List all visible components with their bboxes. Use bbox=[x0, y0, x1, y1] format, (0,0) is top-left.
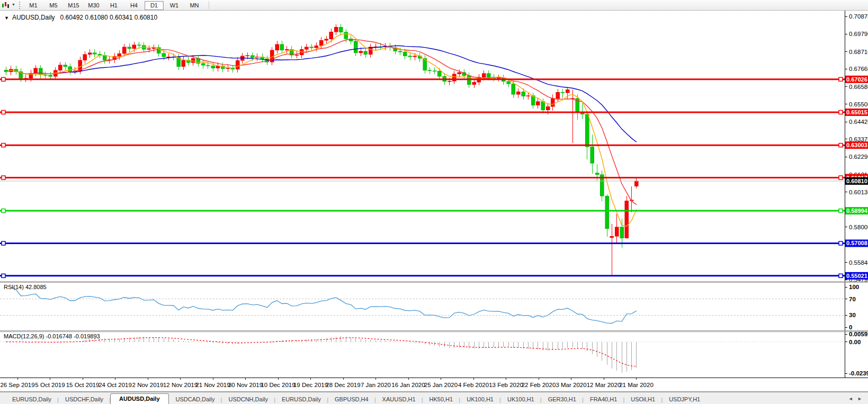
macd-indicator-label: MACD(12,26,9) -0.016748 -0.019893 bbox=[4, 333, 100, 339]
hline-handle[interactable] bbox=[2, 110, 5, 114]
price-tick-label: 0.68710 bbox=[849, 49, 868, 55]
chart-tabs: EURUSD,Daily|USDCHF,Daily|AUDUSD,DailyUS… bbox=[5, 393, 707, 404]
chart-title-overlay: ▼AUDUSD,Daily0.60492 0.61080 0.60341 0.6… bbox=[4, 14, 157, 21]
date-tick-label: 25 Jan 2020 bbox=[424, 382, 458, 388]
hline-handle[interactable] bbox=[2, 241, 5, 245]
chart-tab-USDCNH-Daily[interactable]: USDCNH,Daily| bbox=[221, 394, 275, 404]
price-tick-label: 0.69790 bbox=[849, 31, 868, 37]
hline-handle[interactable] bbox=[839, 176, 843, 179]
hline-handle[interactable] bbox=[839, 241, 843, 245]
trading-terminal-window: ▼ M1M5M15M30H1H4D1W1MN 0.708700.697900.6… bbox=[0, 0, 868, 404]
timeframe-button-H4[interactable]: H4 bbox=[124, 1, 144, 10]
price-tick-label: 0.67660 bbox=[849, 66, 868, 72]
chart-tab-EURUSD-Daily[interactable]: EURUSD,Daily| bbox=[275, 394, 328, 404]
price-tick-label: 0.55840 bbox=[849, 259, 868, 266]
chart-tab-EURUSD-Daily[interactable]: EURUSD,Daily| bbox=[5, 394, 58, 404]
date-tick-label: 4 Feb 2020 bbox=[458, 382, 489, 388]
svg-text:0.67026: 0.67026 bbox=[846, 76, 867, 83]
timeframe-button-W1[interactable]: W1 bbox=[165, 1, 184, 10]
date-tick-label: 22 Feb 2020 bbox=[522, 382, 556, 388]
hline-handle[interactable] bbox=[2, 209, 5, 213]
chart-tab-AUDUSD-Daily[interactable]: AUDUSD,Daily bbox=[110, 393, 168, 404]
timeframe-button-D1[interactable]: D1 bbox=[145, 1, 164, 10]
tab-scroll-arrows: ◄ ► bbox=[847, 396, 864, 401]
chart-tab-USDCHF-Daily[interactable]: USDCHF,Daily| bbox=[58, 394, 110, 404]
hline-handle[interactable] bbox=[839, 209, 843, 213]
date-tick-label: 10 Dec 2019 bbox=[261, 382, 295, 388]
date-tick-label: 12 Mar 2020 bbox=[587, 382, 621, 388]
chart-tab-USDJPY-H1[interactable]: USDJPY,H1 bbox=[662, 394, 707, 404]
price-tick-label: 0.63370 bbox=[849, 136, 868, 142]
rsi-axis-label: 0 bbox=[849, 324, 852, 330]
timeframe-button-M5[interactable]: M5 bbox=[44, 1, 63, 10]
date-tick-label: 30 Nov 2019 bbox=[228, 382, 263, 388]
date-tick-label: 2 Nov 2019 bbox=[132, 382, 164, 388]
price-tick-label: 0.58000 bbox=[849, 224, 868, 230]
price-tick-label: 0.60130 bbox=[849, 189, 868, 195]
hline-handle[interactable] bbox=[839, 110, 843, 114]
chart-tab-FRA40-H1[interactable]: FRA40,H1| bbox=[583, 394, 624, 404]
price-tick-label: 0.66580 bbox=[849, 84, 868, 90]
timeframe-button-MN[interactable]: MN bbox=[185, 1, 204, 10]
date-tick-label: 21 Mar 2020 bbox=[619, 382, 654, 388]
chart-title-symbol: AUDUSD,Daily bbox=[12, 14, 55, 21]
price-tick-label: 0.64420 bbox=[849, 119, 868, 125]
chart-tab-bar: EURUSD,Daily|USDCHF,Daily|AUDUSD,DailyUS… bbox=[0, 392, 868, 404]
rsi-indicator-label: RSI(14) 42.8085 bbox=[4, 284, 47, 290]
chart-tab-GER30-H1[interactable]: GER30,H1| bbox=[541, 394, 583, 404]
date-tick-label: 13 Feb 2020 bbox=[489, 382, 523, 388]
hline-handle[interactable] bbox=[2, 274, 5, 277]
timeframe-button-H1[interactable]: H1 bbox=[104, 1, 123, 10]
tab-scroll-left-icon[interactable]: ◄ bbox=[847, 396, 855, 401]
price-tick-label: 0.62290 bbox=[849, 154, 868, 160]
macd-axis-label: -0.023944 bbox=[849, 370, 868, 376]
svg-text:0.65015: 0.65015 bbox=[846, 109, 867, 115]
chart-tools-icon[interactable] bbox=[1, 1, 12, 9]
svg-text:0.55021: 0.55021 bbox=[846, 273, 867, 279]
chart-tab-USOil-H1[interactable]: USOil,H1| bbox=[624, 394, 662, 404]
macd-axis-label: 0.005923 bbox=[849, 331, 868, 337]
timeframe-button-M15[interactable]: M15 bbox=[64, 1, 83, 10]
rsi-axis-label: 30 bbox=[849, 312, 856, 318]
date-tick-label: 26 Sep 2019 bbox=[0, 382, 34, 388]
date-tick-label: 19 Dec 2019 bbox=[293, 382, 328, 388]
chart-tab-UK100-H1[interactable]: UK100,H1| bbox=[460, 394, 500, 404]
date-tick-label: 28 Dec 2019 bbox=[326, 382, 360, 388]
macd-axis-label: 0.00 bbox=[849, 339, 861, 345]
rsi-axis-label: 100 bbox=[849, 284, 859, 290]
hline-handle[interactable] bbox=[2, 176, 5, 179]
date-tick-label: 21 Nov 2019 bbox=[195, 382, 230, 388]
chart-tab-XAUUSD-H1[interactable]: XAUUSD,H1| bbox=[375, 394, 423, 404]
price-chart-canvas[interactable]: 0.708700.697900.687100.676600.665800.655… bbox=[0, 0, 868, 404]
tab-scroll-right-icon[interactable]: ► bbox=[856, 396, 864, 401]
chart-tools-caret-icon[interactable]: ▼ bbox=[12, 3, 15, 6]
hline-handle[interactable] bbox=[2, 77, 5, 81]
hline-handle[interactable] bbox=[839, 77, 843, 81]
hline-handle[interactable] bbox=[839, 274, 843, 277]
toolbar-separator bbox=[209, 1, 209, 9]
toolbar-grip[interactable] bbox=[19, 2, 20, 9]
rsi-axis-label: 70 bbox=[849, 296, 856, 302]
chart-tab-GBPUSD-H4[interactable]: GBPUSD,H4| bbox=[328, 394, 375, 404]
date-tick-label: 7 Jan 2020 bbox=[361, 382, 391, 388]
chart-title-ohlc: 0.60492 0.61080 0.60341 0.60810 bbox=[60, 14, 158, 21]
hline-handle[interactable] bbox=[839, 143, 843, 147]
price-tick-label: 0.70870 bbox=[849, 13, 868, 20]
hline-handle[interactable] bbox=[2, 143, 5, 147]
date-tick-label: 15 Oct 2019 bbox=[66, 382, 100, 388]
svg-text:0.60810: 0.60810 bbox=[846, 178, 867, 184]
timeframe-buttons: M1M5M15M30H1H4D1W1MN bbox=[23, 0, 204, 10]
chart-tab-HK50-H1[interactable]: HK50,H1| bbox=[423, 394, 460, 404]
timeframe-button-M1[interactable]: M1 bbox=[24, 1, 43, 10]
svg-text:0.58994: 0.58994 bbox=[846, 208, 868, 214]
chart-tab-UK100-H1[interactable]: UK100,H1| bbox=[500, 394, 541, 404]
window-menu-icon[interactable]: ▼ bbox=[4, 15, 9, 21]
date-tick-label: 5 Oct 2019 bbox=[35, 382, 65, 388]
price-tick-label: 0.65500 bbox=[849, 101, 868, 107]
date-tick-label: 12 Nov 2019 bbox=[163, 382, 198, 388]
svg-text:0.57008: 0.57008 bbox=[846, 240, 867, 246]
date-tick-label: 16 Jan 2020 bbox=[391, 382, 425, 388]
timeframe-toolbar: ▼ M1M5M15M30H1H4D1W1MN bbox=[0, 0, 868, 11]
chart-tab-USDCAD-Daily[interactable]: USDCAD,Daily| bbox=[169, 394, 222, 404]
timeframe-button-M30[interactable]: M30 bbox=[84, 1, 103, 10]
